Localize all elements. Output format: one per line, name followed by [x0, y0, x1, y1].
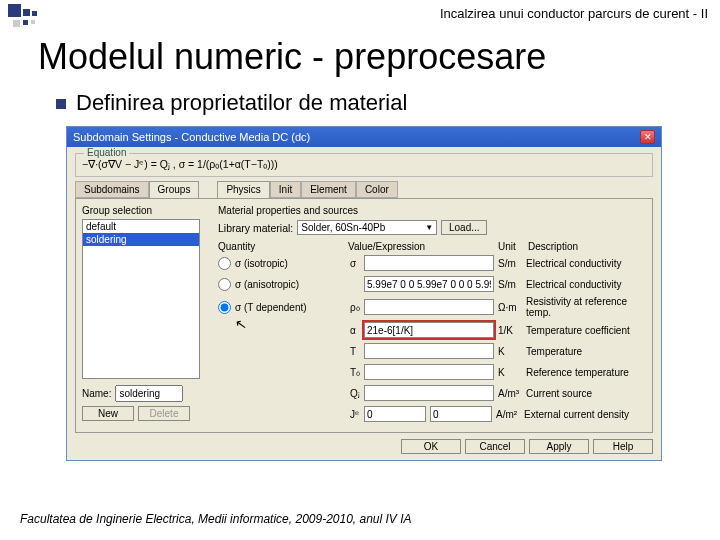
load-button[interactable]: Load...: [441, 220, 487, 235]
apply-button[interactable]: Apply: [529, 439, 589, 454]
value-input[interactable]: [364, 299, 494, 315]
value-input[interactable]: [430, 406, 492, 422]
conductivity-radio[interactable]: [218, 301, 231, 314]
symbol-label: Qⱼ: [348, 388, 364, 399]
equation-legend: Equation: [84, 147, 129, 158]
tab-color[interactable]: Color: [356, 181, 398, 198]
group-listbox[interactable]: default soldering: [82, 219, 200, 379]
new-button[interactable]: New: [82, 406, 134, 421]
property-row: α1/KTemperature coefficient: [218, 321, 646, 339]
subdomain-settings-dialog: Subdomain Settings - Conductive Media DC…: [66, 126, 662, 461]
library-material-select[interactable]: Solder, 60Sn-40Pb▼: [297, 220, 437, 235]
bullet-icon: [56, 99, 66, 109]
conductivity-radio[interactable]: [218, 257, 231, 270]
property-row: σ (isotropic)σS/mElectrical conductivity: [218, 254, 646, 272]
description-label: Electrical conductivity: [524, 279, 646, 290]
name-input[interactable]: [115, 385, 183, 402]
library-label: Library material:: [218, 222, 293, 234]
description-label: Resistivity at reference temp.: [524, 296, 646, 318]
page-subtitle: Definirea proprietatilor de material: [0, 88, 720, 122]
cursor-icon: ↖: [234, 315, 249, 333]
column-headers: Quantity Value/Expression Unit Descripti…: [218, 241, 646, 252]
group-selection-label: Group selection: [82, 205, 212, 216]
value-input[interactable]: [364, 276, 494, 292]
group-panel: Group selection default soldering Name: …: [82, 205, 212, 426]
property-row: JᵉA/m²External current density: [218, 405, 646, 423]
properties-header: Material properties and sources: [218, 205, 646, 216]
value-input[interactable]: [364, 385, 494, 401]
property-row: σ (anisotropic)S/mElectrical conductivit…: [218, 275, 646, 293]
unit-label: S/m: [494, 279, 524, 290]
description-label: Current source: [524, 388, 646, 399]
ok-button[interactable]: OK: [401, 439, 461, 454]
properties-panel: Material properties and sources Library …: [212, 205, 646, 426]
tab-init[interactable]: Init: [270, 181, 301, 198]
value-input[interactable]: [364, 322, 494, 338]
tab-physics[interactable]: Physics: [217, 181, 269, 198]
help-button[interactable]: Help: [593, 439, 653, 454]
list-item[interactable]: default: [83, 220, 199, 233]
page-title: Modelul numeric - preprocesare: [0, 28, 720, 88]
unit-label: K: [494, 367, 524, 378]
value-input[interactable]: [364, 255, 494, 271]
tab-groups[interactable]: Groups: [149, 181, 200, 198]
symbol-label: Jᵉ: [348, 409, 364, 420]
value-input[interactable]: [364, 406, 426, 422]
conductivity-radio[interactable]: [218, 278, 231, 291]
tab-subdomains[interactable]: Subdomains: [75, 181, 149, 198]
tab-bar: Subdomains Groups Physics Init Element C…: [75, 181, 653, 198]
page-footnote: Facultatea de Inginerie Electrica, Medii…: [20, 512, 412, 526]
name-label: Name:: [82, 388, 111, 399]
close-icon[interactable]: ✕: [640, 130, 655, 144]
symbol-label: ρ₀: [348, 302, 364, 313]
symbol-label: T₀: [348, 367, 364, 378]
description-label: External current density: [522, 409, 646, 420]
unit-label: A/m³: [494, 388, 524, 399]
tab-element[interactable]: Element: [301, 181, 356, 198]
property-row: QⱼA/m³Current source: [218, 384, 646, 402]
property-row: T₀KReference temperature: [218, 363, 646, 381]
list-item[interactable]: soldering: [83, 233, 199, 246]
description-label: Temperature: [524, 346, 646, 357]
unit-label: Ω·m: [494, 302, 524, 313]
dialog-titlebar: Subdomain Settings - Conductive Media DC…: [67, 127, 661, 147]
cancel-button[interactable]: Cancel: [465, 439, 525, 454]
delete-button[interactable]: Delete: [138, 406, 190, 421]
chevron-down-icon: ▼: [425, 223, 433, 232]
unit-label: K: [494, 346, 524, 357]
logo: [8, 4, 44, 34]
description-label: Temperature coefficient: [524, 325, 646, 336]
slide-header: Incalzirea unui conductor parcurs de cur…: [0, 0, 720, 28]
unit-label: A/m²: [492, 409, 522, 420]
equation-box: Equation −∇·(σ∇V − Jᵉ) = Qⱼ , σ = 1/(ρ₀(…: [75, 153, 653, 177]
symbol-label: α: [348, 325, 364, 336]
property-row: TKTemperature: [218, 342, 646, 360]
symbol-label: T: [348, 346, 364, 357]
dialog-footer: OK Cancel Apply Help: [67, 433, 661, 460]
value-input[interactable]: [364, 343, 494, 359]
tab-content: Group selection default soldering Name: …: [75, 198, 653, 433]
equation-text: −∇·(σ∇V − Jᵉ) = Qⱼ , σ = 1/(ρ₀(1+α(T−T₀)…: [82, 158, 278, 170]
description-label: Electrical conductivity: [524, 258, 646, 269]
symbol-label: σ: [348, 258, 364, 269]
description-label: Reference temperature: [524, 367, 646, 378]
value-input[interactable]: [364, 364, 494, 380]
unit-label: 1/K: [494, 325, 524, 336]
property-row: σ (T dependent)ρ₀Ω·mResistivity at refer…: [218, 296, 646, 318]
dialog-title: Subdomain Settings - Conductive Media DC…: [73, 131, 310, 143]
unit-label: S/m: [494, 258, 524, 269]
